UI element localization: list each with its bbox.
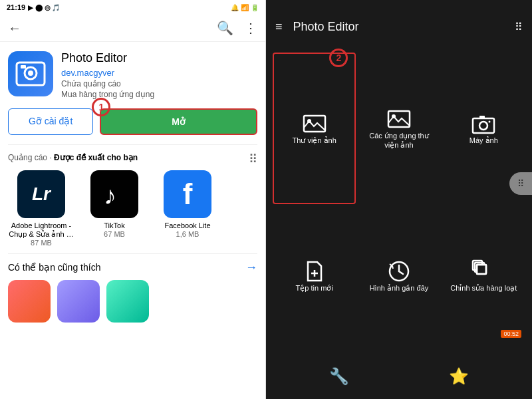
facebook-size: 1,6 MB [176,230,200,238]
tiktok-name: TikTok [104,221,124,230]
app-title: Photo Editor [293,20,515,34]
grid-label-cac-ung-dung: Các ứng dụng thư viện ảnh [364,131,434,150]
lightroom-size: 87 MB [31,239,52,247]
chinh-sua-icon [471,259,495,283]
app-grid: 2 Thư viện ảnh Các ứng dụng thư viện ảnh [266,39,532,360]
tep-tin-moi-icon [303,259,327,283]
also-app-3[interactable] [106,280,149,323]
back-button[interactable]: ← [8,21,21,36]
search-icon[interactable]: 🔍 [217,20,233,36]
svg-point-6 [307,119,311,123]
ads-header: Quảng cáo · Được đề xuất cho bạn ⠿ [8,152,257,166]
also-like-section: Có thể bạn cũng thích → [0,254,265,277]
app-icon [8,51,53,96]
right-top-bar: ≡ Photo Editor ⠿ [266,15,532,39]
hinh-anh-gan-day-icon [387,259,411,283]
ads-section: Quảng cáo · Được đề xuất cho bạn ⠿ Lr Ad… [0,145,265,253]
hamburger-menu-icon[interactable]: ≡ [275,20,283,34]
grid-label-hinh-anh-gan-day: Hình ảnh gần đây [370,283,429,293]
svg-rect-9 [473,118,494,133]
svg-point-12 [489,120,491,122]
ad-app-tiktok[interactable]: ♪ TikTok 67 MB [81,170,148,247]
status-time: 21:19 ▶ ⬤ ◎ 🎵 [7,3,60,11]
lightroom-name: Adobe Lightroom -Chụp & Sửa ảnh … [9,221,73,239]
svg-rect-18 [477,265,486,274]
left-panel: 21:19 ▶ ⬤ ◎ 🎵 🔔 📶 🔋 ← 🔍 ⋮ Photo Ed [0,0,266,399]
status-icons: 🔔 📶 🔋 [231,4,259,11]
ad-app-lightroom[interactable]: Lr Adobe Lightroom -Chụp & Sửa ảnh … 87 … [8,170,74,247]
grid-label-tep-tin-moi: Tệp tin mới [296,283,333,293]
ads-apps-container: Lr Adobe Lightroom -Chụp & Sửa ảnh … 87 … [8,170,257,247]
also-like-arrow[interactable]: → [245,261,257,275]
app-info-section: Photo Editor dev.macgyver Chứa quảng cáo… [0,42,265,108]
more-options-icon[interactable]: ⋮ [244,20,257,36]
svg-rect-3 [21,65,26,68]
also-like-apps [0,277,265,325]
favorites-icon[interactable]: ⭐ [449,367,469,386]
grid-label-may-anh: Máy ảnh [469,136,498,145]
side-button[interactable]: ⠿ [509,172,532,195]
status-bar-left: 21:19 ▶ ⬤ ◎ 🎵 🔔 📶 🔋 [0,0,265,15]
step-1-indicator: 1 [92,98,110,116]
also-app-2[interactable] [57,280,100,323]
ads-title: Quảng cáo · Được đề xuất cho bạn [8,153,138,162]
step-2-indicator: 2 [329,49,348,67]
uninstall-button[interactable]: Gỡ cài đặt [8,108,93,135]
may-anh-icon [471,112,495,136]
facebook-icon: f [164,170,211,218]
svg-text:♪: ♪ [104,182,116,209]
open-button[interactable]: 1 Mở [100,108,257,135]
apps-grid-icon[interactable]: ⠿ [515,21,523,33]
grid-item-hinh-anh-gan-day[interactable]: Hình ảnh gần đây [357,205,440,347]
grid-item-thu-vien-anh[interactable]: 2 Thư viện ảnh [273,53,356,204]
grid-label-chinh-sua: Chỉnh sửa hàng loạt [450,283,517,293]
svg-rect-11 [479,116,485,119]
tiktok-size: 67 MB [104,230,125,238]
ad-app-facebook[interactable]: f Facebook Lite 1,6 MB [154,170,221,247]
top-bar-left: ← 🔍 ⋮ [0,15,265,42]
grid-label-thu-vien-anh: Thư viện ảnh [293,136,336,145]
thu-vien-anh-icon [303,112,327,136]
grid-item-tep-tin-moi[interactable]: Tệp tin mới [273,205,356,347]
svg-point-8 [392,114,396,118]
app-details: Photo Editor dev.macgyver Chứa quảng cáo… [61,51,257,99]
app-meta1: Chứa quảng cáo [61,79,257,88]
app-dev: dev.macgyver [61,68,257,78]
tiktok-icon: ♪ [90,170,138,218]
top-bar-icons: 🔍 ⋮ [217,20,257,36]
svg-point-2 [28,70,33,76]
grid-item-chinh-sua[interactable]: Chỉnh sửa hàng loạt 00:52 [442,205,525,347]
facebook-name: Facebook Lite [164,221,210,230]
lightroom-icon: Lr [17,170,65,218]
bottom-bar: 🔧 ⭐ [266,360,532,399]
app-meta2: Mua hàng trong ứng dụng [61,90,257,99]
ads-grid-toggle[interactable]: ⠿ [249,152,257,166]
action-buttons: Gỡ cài đặt 1 Mở [0,108,265,144]
app-name: Photo Editor [61,51,257,66]
status-bar-right [266,0,532,15]
svg-point-10 [479,122,487,130]
right-panel: ≡ Photo Editor ⠿ 2 Thư viện ảnh [266,0,532,399]
also-app-1[interactable] [8,280,51,323]
also-like-label: Có thể bạn cũng thích [8,262,100,273]
cac-ung-dung-icon [387,107,411,131]
settings-icon[interactable]: 🔧 [329,367,349,386]
video-badge: 00:52 [501,330,521,338]
grid-item-cac-ung-dung[interactable]: Các ứng dụng thư viện ảnh [357,53,440,204]
